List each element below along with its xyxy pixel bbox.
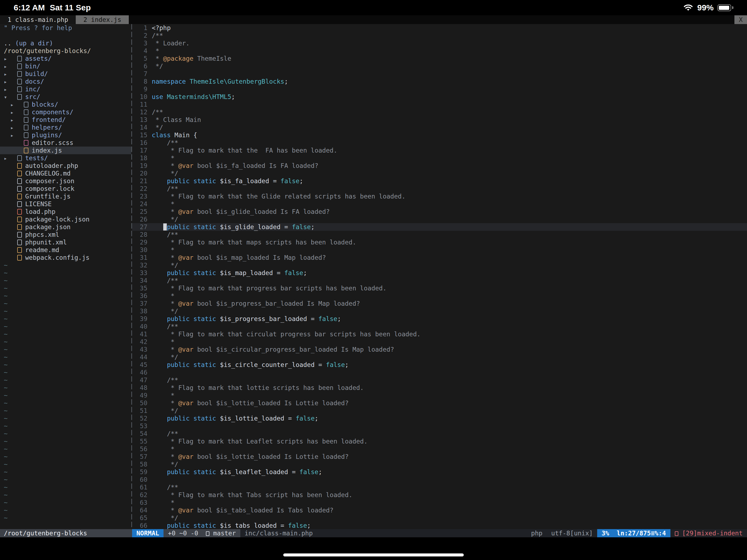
chevron-closed-icon[interactable]: ▸ xyxy=(4,55,17,62)
code-line-1[interactable]: 1<?php xyxy=(132,24,747,32)
code-line-23[interactable]: 23 * Flag to mark that the Glide related… xyxy=(132,193,747,200)
code-line-25[interactable]: 25 * @var bool $is_glide_loaded Is FA lo… xyxy=(132,208,747,215)
tree-item-tests[interactable]: ▸tests/ xyxy=(0,154,131,162)
code-line-17[interactable]: 17 * Flag to mark that the FA has been l… xyxy=(132,147,747,154)
code-line-49[interactable]: 49 * xyxy=(132,391,747,399)
code-line-43[interactable]: 43 * @var bool $is_circular_progress_bar… xyxy=(132,346,747,353)
code-line-45[interactable]: 45 public static $is_circle_counter_load… xyxy=(132,361,747,368)
tree-item-composer.lock[interactable]: composer.lock xyxy=(0,185,131,193)
code-line-42[interactable]: 42 * xyxy=(132,338,747,346)
tree-item-docs[interactable]: ▸docs/ xyxy=(0,78,131,85)
code-line-50[interactable]: 50 * @var bool $is_lottie_loaded Is Lott… xyxy=(132,399,747,407)
code-line-56[interactable]: 56 * xyxy=(132,445,747,453)
chevron-closed-icon[interactable]: ▸ xyxy=(4,62,17,70)
code-line-11[interactable]: 11 xyxy=(132,101,747,108)
tab-1[interactable]: 1 class-main.php xyxy=(0,15,76,24)
code-line-22[interactable]: 22 /** xyxy=(132,185,747,193)
home-indicator[interactable] xyxy=(283,554,464,556)
tree-item-webpack.config.js[interactable]: webpack.config.js xyxy=(0,254,131,261)
tree-item-composer.json[interactable]: composer.json xyxy=(0,177,131,185)
code-line-9[interactable]: 9 xyxy=(132,85,747,93)
code-line-47[interactable]: 47 /** xyxy=(132,376,747,384)
code-line-40[interactable]: 40 /** xyxy=(132,323,747,330)
code-editor[interactable]: 1<?php2/**3 * Loader.4 *5 * @package The… xyxy=(132,24,747,529)
code-line-46[interactable]: 46 xyxy=(132,368,747,376)
code-line-34[interactable]: 34 /** xyxy=(132,277,747,284)
code-line-24[interactable]: 24 * xyxy=(132,200,747,208)
tree-item-components[interactable]: ▸components/ xyxy=(0,108,131,116)
code-line-37[interactable]: 37 * @var bool $is_progress_bar_loaded I… xyxy=(132,300,747,307)
code-line-35[interactable]: 35 * Flag to mark that progress bar scri… xyxy=(132,284,747,292)
tab-2[interactable]: 2 index.js xyxy=(76,15,129,24)
code-line-12[interactable]: 12/** xyxy=(132,108,747,116)
code-line-62[interactable]: 62 * Flag to mark that Tabs script has b… xyxy=(132,491,747,499)
tree-item-editor.scss[interactable]: editor.scss xyxy=(0,139,131,147)
chevron-closed-icon[interactable]: ▸ xyxy=(10,108,24,116)
code-line-55[interactable]: 55 * Flag to mark that Leaflet scripts h… xyxy=(132,437,747,445)
code-line-7[interactable]: 7 xyxy=(132,70,747,78)
code-line-51[interactable]: 51 */ xyxy=(132,407,747,414)
tree-item-autoloader.php[interactable]: autoloader.php xyxy=(0,162,131,170)
code-line-26[interactable]: 26 */ xyxy=(132,215,747,223)
code-line-66[interactable]: 66 public static $is_tabs_loaded = false… xyxy=(132,522,747,529)
code-line-20[interactable]: 20 */ xyxy=(132,170,747,177)
tree-item-LICENSE[interactable]: LICENSE xyxy=(0,200,131,208)
code-line-27[interactable]: 27 public static $is_glide_loaded = fals… xyxy=(132,223,747,231)
tree-item-CHANGELOG.md[interactable]: CHANGELOG.md xyxy=(0,170,131,177)
code-line-63[interactable]: 63 * xyxy=(132,499,747,506)
tree-item-assets[interactable]: ▸assets/ xyxy=(0,55,131,62)
tree-item-load.php[interactable]: load.php xyxy=(0,208,131,215)
code-line-53[interactable]: 53 xyxy=(132,422,747,430)
code-line-44[interactable]: 44 */ xyxy=(132,353,747,361)
tree-up-dir[interactable]: .. (up a dir) xyxy=(0,40,131,47)
chevron-closed-icon[interactable]: ▸ xyxy=(10,131,24,139)
tree-item-frontend[interactable]: ▸frontend/ xyxy=(0,116,131,124)
tree-item-phpunit.xml[interactable]: phpunit.xml xyxy=(0,238,131,246)
code-line-13[interactable]: 13 * Class Main xyxy=(132,116,747,124)
code-line-57[interactable]: 57 * @var bool $is_lottie_loaded Is Lott… xyxy=(132,453,747,460)
code-line-29[interactable]: 29 * Flag to mark that maps scripts has … xyxy=(132,238,747,246)
code-line-15[interactable]: 15class Main { xyxy=(132,131,747,139)
tree-item-readme.md[interactable]: readme.md xyxy=(0,246,131,254)
tree-item-package.json[interactable]: package.json xyxy=(0,223,131,231)
code-line-14[interactable]: 14 */ xyxy=(132,124,747,131)
code-line-19[interactable]: 19 * @var bool $is_fa_loaded Is FA loade… xyxy=(132,162,747,170)
code-line-65[interactable]: 65 */ xyxy=(132,514,747,522)
tree-item-blocks[interactable]: ▸blocks/ xyxy=(0,101,131,108)
code-line-5[interactable]: 5 * @package ThemeIsle xyxy=(132,55,747,62)
code-line-38[interactable]: 38 */ xyxy=(132,307,747,315)
tab-close-button[interactable]: X xyxy=(735,15,747,24)
code-line-3[interactable]: 3 * Loader. xyxy=(132,40,747,47)
code-line-6[interactable]: 6 */ xyxy=(132,62,747,70)
code-line-41[interactable]: 41 * Flag to mark that circulat progress… xyxy=(132,330,747,338)
code-line-39[interactable]: 39 public static $is_progress_bar_loaded… xyxy=(132,315,747,323)
code-line-52[interactable]: 52 public static $is_lottie_loaded = fal… xyxy=(132,414,747,422)
code-line-59[interactable]: 59 public static $is_leaflet_loaded = fa… xyxy=(132,468,747,476)
tree-item-phpcs.xml[interactable]: phpcs.xml xyxy=(0,231,131,238)
chevron-closed-icon[interactable]: ▸ xyxy=(4,70,17,78)
code-line-21[interactable]: 21 public static $is_fa_loaded = false; xyxy=(132,177,747,185)
chevron-closed-icon[interactable]: ▸ xyxy=(10,101,24,108)
code-line-33[interactable]: 33 public static $is_map_loaded = false; xyxy=(132,269,747,277)
tree-item-index.js[interactable]: index.js xyxy=(0,147,131,154)
tree-item-inc[interactable]: ▸inc/ xyxy=(0,85,131,93)
code-line-2[interactable]: 2/** xyxy=(132,32,747,40)
chevron-closed-icon[interactable]: ▸ xyxy=(4,78,17,85)
chevron-open-icon[interactable]: ▾ xyxy=(4,93,17,101)
tree-item-bin[interactable]: ▸bin/ xyxy=(0,62,131,70)
chevron-closed-icon[interactable]: ▸ xyxy=(4,85,17,93)
tree-item-src[interactable]: ▾src/ xyxy=(0,93,131,101)
chevron-closed-icon[interactable]: ▸ xyxy=(4,154,17,162)
code-line-58[interactable]: 58 */ xyxy=(132,460,747,468)
tree-item-helpers[interactable]: ▸helpers/ xyxy=(0,124,131,131)
code-line-54[interactable]: 54 /** xyxy=(132,430,747,437)
code-line-16[interactable]: 16 /** xyxy=(132,139,747,147)
code-line-8[interactable]: 8namespace ThemeIsle\GutenbergBlocks; xyxy=(132,78,747,85)
code-line-10[interactable]: 10use Masterminds\HTML5; xyxy=(132,93,747,101)
tree-item-package-lock.json[interactable]: package-lock.json xyxy=(0,215,131,223)
code-line-31[interactable]: 31 * @var bool $is_map_loaded Is Map loa… xyxy=(132,254,747,261)
code-line-48[interactable]: 48 * Flag to mark that lottie scripts ha… xyxy=(132,384,747,391)
tree-item-Gruntfile.js[interactable]: Gruntfile.js xyxy=(0,193,131,200)
code-line-36[interactable]: 36 * xyxy=(132,292,747,300)
code-line-32[interactable]: 32 */ xyxy=(132,261,747,269)
